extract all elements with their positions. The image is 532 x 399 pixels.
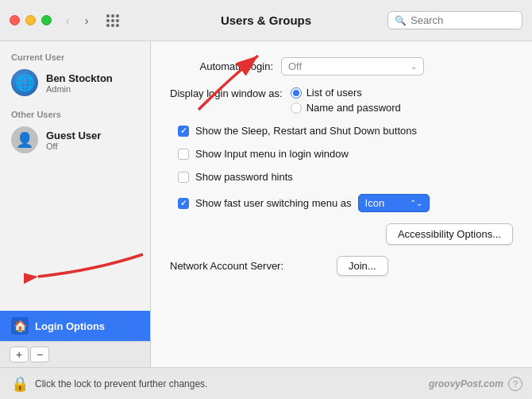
login-options-icon: 🏠 [11,317,29,335]
radio-list-circle[interactable] [291,87,302,99]
current-user-item[interactable]: 🌐 Ben Stockton Admin [0,65,150,100]
fast-switch-value: Icon [365,197,385,209]
search-input[interactable] [411,14,514,26]
login-options-label: Login Options [35,320,105,332]
password-hints-checkbox[interactable] [178,172,189,183]
login-options-item[interactable]: 🏠 Login Options [0,311,150,341]
display-login-row: Display login window as: List of users N… [170,87,513,114]
guest-user-info: Guest User Off [46,130,101,151]
remove-user-button[interactable]: − [30,347,49,362]
current-user-role: Admin [46,84,113,94]
select-arrows-icon: ⌄ [411,62,417,71]
add-user-button[interactable]: + [10,347,29,362]
password-hints-row: Show password hints [170,171,513,183]
guest-user-name: Guest User [46,130,101,141]
fast-switch-label: Show fast user switching menu as [195,197,352,209]
title-bar: ‹ › Users & Groups 🔍 [0,0,532,41]
fast-switch-checkmark: ✓ [180,199,187,207]
checkmark-icon: ✓ [180,126,187,135]
sidebar-bottom-bar: + − [0,341,150,367]
brand-text: groovyPost.com [429,378,503,389]
auto-login-select[interactable]: Off ⌄ [281,57,424,76]
guest-user-avatar: 👤 [11,126,38,153]
current-user-name: Ben Stockton [46,72,113,84]
window-title: Users & Groups [221,14,311,27]
help-button[interactable]: ? [508,377,522,391]
guest-user-role: Off [46,141,101,151]
main-content: Current User 🌐 Ben Stockton Admin Other … [0,41,532,367]
input-menu-checkbox[interactable] [178,149,189,160]
accessibility-button[interactable]: Accessibility Options... [386,223,513,245]
current-user-avatar: 🌐 [11,69,38,96]
display-login-label: Display login window as: [170,87,283,99]
fast-switch-arrows-icon: ⌃⌄ [410,199,422,207]
radio-options: List of users Name and password [291,87,401,114]
other-users-section-label: Other Users [0,107,150,122]
network-row: Network Account Server: Join... [170,256,513,276]
password-hints-label: Show password hints [195,171,293,183]
auto-login-label: Automatic login: [170,60,273,72]
radio-list-of-users[interactable]: List of users [291,87,401,99]
input-menu-label: Show Input menu in login window [195,148,349,160]
auto-login-row: Automatic login: Off ⌄ [170,57,513,76]
search-box[interactable]: 🔍 [387,11,522,29]
apps-icon[interactable] [102,10,123,31]
nav-arrows: ‹ › [60,13,94,29]
radio-name-password[interactable]: Name and password [291,102,401,114]
fast-switch-checkbox[interactable]: ✓ [178,198,189,209]
guest-user-item[interactable]: 👤 Guest User Off [0,122,150,157]
sleep-restart-row: ✓ Show the Sleep, Restart and Shut Down … [170,125,513,137]
back-button[interactable]: ‹ [60,13,75,29]
fast-switch-select[interactable]: Icon ⌃⌄ [358,194,430,212]
input-menu-row: Show Input menu in login window [170,148,513,160]
lock-icon[interactable]: 🔒 [11,375,29,393]
radio-name-label: Name and password [306,102,401,114]
sleep-restart-label: Show the Sleep, Restart and Shut Down bu… [195,125,417,137]
settings-panel: Automatic login: Off ⌄ Display login win… [151,41,532,367]
network-label: Network Account Server: [170,260,329,272]
accessibility-row: Accessibility Options... [170,223,513,245]
current-user-section-label: Current User [0,49,150,65]
radio-name-circle[interactable] [291,103,302,114]
sidebar: Current User 🌐 Ben Stockton Admin Other … [0,41,151,367]
close-button[interactable] [10,15,20,25]
radio-list-label: List of users [306,87,362,99]
auto-login-value: Off [288,60,302,72]
traffic-lights [10,15,52,25]
question-mark-label: ? [513,379,518,389]
search-icon: 🔍 [395,15,407,26]
sleep-restart-checkbox[interactable]: ✓ [178,126,189,137]
fast-switch-row: ✓ Show fast user switching menu as Icon … [170,194,513,212]
minimize-button[interactable] [25,15,36,25]
radio-inner-dot [293,90,299,96]
maximize-button[interactable] [41,15,52,25]
forward-button[interactable]: › [79,13,94,29]
current-user-info: Ben Stockton Admin [46,72,113,94]
bottom-bar: 🔒 Click the lock to prevent further chan… [0,367,532,399]
lock-text: Click the lock to prevent further change… [35,378,207,389]
join-button[interactable]: Join... [337,256,388,276]
